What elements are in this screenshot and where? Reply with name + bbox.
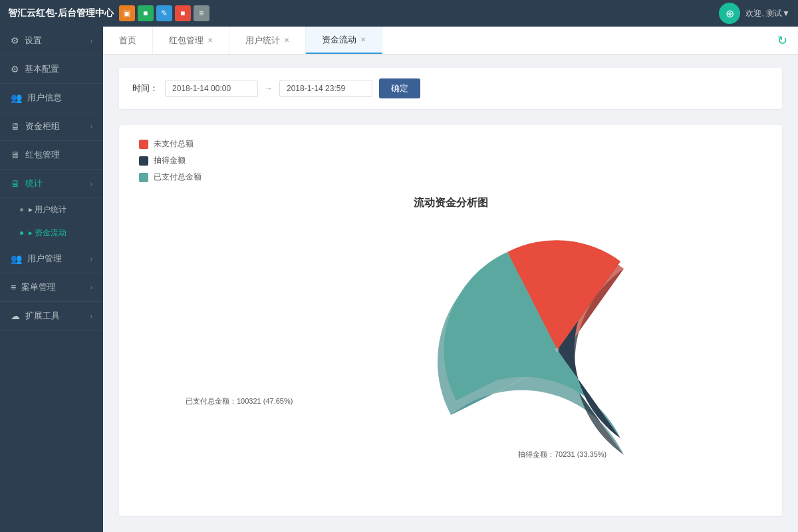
sidebar-label-hongbao: 红包管理: [25, 149, 60, 161]
sidebar-sub-label-user-stats: ▸ 用户统计: [29, 204, 66, 215]
sidebar-item-tools[interactable]: ☁ 扩展工具 ›: [0, 302, 103, 331]
main-layout: ⚙ 设置 › ⚙ 基本配置 👥 用户信息 🖥 资金柜组 ›: [0, 27, 798, 532]
tab-close-user-stats[interactable]: ✕: [284, 37, 289, 44]
header-icon-2[interactable]: ■: [138, 5, 154, 21]
filter-row: 时间： → 确定: [119, 68, 782, 109]
confirm-button[interactable]: 确定: [379, 78, 420, 98]
sidebar-sub-label-fund-flow: ▸ 资金流动: [29, 227, 66, 239]
tools-arrow: ›: [90, 313, 92, 320]
sidebar-label-tools: 扩展工具: [25, 310, 60, 322]
tab-close-hongbao[interactable]: ✕: [207, 37, 213, 44]
user-mgmt-icon: 👥: [11, 253, 22, 264]
pie-chart-svg: [431, 230, 684, 469]
chart-area: 已支付总金额：100321 (47.65%) 抽得金额：70231 (33.35…: [132, 223, 769, 503]
filter-arrow: →: [265, 84, 273, 93]
sidebar-label-user-mgmt: 用户管理: [27, 253, 62, 265]
svg-point-0: [555, 348, 559, 352]
filter-label: 时间：: [132, 82, 158, 94]
case-mgmt-icon: ≡: [11, 282, 16, 293]
sidebar-label-case-mgmt: 案单管理: [21, 281, 56, 293]
main-content: 时间： → 确定 未支付总额 抽得金额: [103, 55, 798, 532]
settings-arrow: ›: [90, 37, 92, 45]
user-info[interactable]: 欢迎, 测试▼: [745, 8, 790, 19]
stats-arrow: ›: [90, 180, 92, 188]
chart-title: 流动资金分析图: [414, 196, 488, 210]
sub-dot-fund-flow: [20, 231, 23, 235]
base-config-icon: ⚙: [11, 64, 19, 74]
app-title: 智汇云红包-后台管理中心: [8, 7, 114, 19]
header-icon-3[interactable]: ✎: [156, 5, 172, 21]
tab-home[interactable]: 首页: [103, 27, 153, 54]
fund-cabinet-icon: 🖥: [11, 121, 20, 132]
content-area: 首页 红包管理 ✕ 用户统计 ✕ 资金流动 ✕ ↻: [103, 27, 798, 532]
annotation-drawn: 抽得金额：70231 (33.35%): [518, 450, 606, 460]
header-icon-1[interactable]: ▣: [119, 5, 135, 21]
header-left: 智汇云红包-后台管理中心 ▣ ■ ✎ ■ ≡: [8, 5, 209, 21]
sidebar-item-user-info[interactable]: 👥 用户信息: [0, 84, 103, 112]
user-info-icon: 👥: [11, 92, 22, 103]
tab-user-stats[interactable]: 用户统计 ✕: [229, 27, 306, 54]
sidebar-item-hongbao-mgmt[interactable]: 🖥 红包管理: [0, 141, 103, 170]
stats-icon: 🖥: [11, 178, 20, 189]
filter-start-input[interactable]: [165, 80, 258, 97]
header-icon-5[interactable]: ≡: [194, 5, 209, 21]
globe-icon[interactable]: ⊕: [719, 3, 740, 24]
legend-label-unpaid: 未支付总额: [154, 138, 194, 150]
settings-icon: ⚙: [11, 35, 19, 46]
legend-item-paid: 已支付总金额: [139, 172, 769, 183]
tab-hongbao-mgmt[interactable]: 红包管理 ✕: [153, 27, 229, 54]
header-icon-4[interactable]: ■: [175, 5, 191, 21]
legend-label-paid: 已支付总金额: [154, 172, 201, 183]
sidebar-sub-fund-flow[interactable]: ▸ 资金流动: [0, 221, 103, 245]
header-right: ⊕ 欢迎, 测试▼: [719, 3, 790, 24]
sidebar-item-base-config[interactable]: ⚙ 基本配置: [0, 55, 103, 84]
legend-color-unpaid: [139, 140, 148, 149]
top-header: 智汇云红包-后台管理中心 ▣ ■ ✎ ■ ≡ ⊕ 欢迎, 测试▼: [0, 0, 798, 27]
sidebar: ⚙ 设置 › ⚙ 基本配置 👥 用户信息 🖥 资金柜组 ›: [0, 27, 103, 532]
sidebar-label-settings: 设置: [25, 35, 42, 47]
sidebar-item-settings[interactable]: ⚙ 设置 ›: [0, 27, 103, 55]
legend-item-unpaid: 未支付总额: [139, 138, 769, 150]
tabs-list: 首页 红包管理 ✕ 用户统计 ✕ 资金流动 ✕: [103, 27, 382, 54]
tabs-refresh-icon[interactable]: ↻: [767, 33, 798, 48]
sidebar-label-fund-cabinet: 资金柜组: [25, 120, 60, 132]
sidebar-label-base-config: 基本配置: [25, 63, 59, 75]
case-mgmt-arrow: ›: [90, 284, 92, 291]
fund-cabinet-arrow: ›: [90, 123, 92, 130]
sidebar-item-fund-cabinet[interactable]: 🖥 资金柜组 ›: [0, 112, 103, 141]
legend-color-paid: [139, 173, 148, 182]
chart-legend: 未支付总额 抽得金额 已支付总金额: [132, 138, 769, 183]
sidebar-label-user-info: 用户信息: [27, 92, 62, 104]
sub-dot-user-stats: [20, 208, 23, 211]
sidebar-item-user-mgmt[interactable]: 👥 用户管理 ›: [0, 245, 103, 273]
sidebar-label-stats: 统计: [25, 178, 43, 190]
user-mgmt-arrow: ›: [90, 255, 92, 263]
annotation-paid: 已支付总金额：100321 (47.65%): [186, 396, 293, 406]
legend-color-drawn: [139, 156, 148, 166]
legend-label-drawn: 抽得金额: [154, 155, 186, 166]
sidebar-sub-user-stats[interactable]: ▸ 用户统计: [0, 198, 103, 221]
tools-icon: ☁: [11, 311, 20, 321]
header-icons: ▣ ■ ✎ ■ ≡: [119, 5, 209, 21]
chart-container: 未支付总额 抽得金额 已支付总金额 流动资金分析图: [119, 125, 782, 516]
tabs-bar: 首页 红包管理 ✕ 用户统计 ✕ 资金流动 ✕ ↻: [103, 27, 798, 55]
filter-end-input[interactable]: [279, 80, 372, 97]
sidebar-item-case-mgmt[interactable]: ≡ 案单管理 ›: [0, 273, 103, 302]
sidebar-item-stats[interactable]: 🖥 统计 ›: [0, 170, 103, 198]
hongbao-icon: 🖥: [11, 150, 20, 160]
tab-close-fund-flow[interactable]: ✕: [360, 36, 366, 43]
tab-fund-flow[interactable]: 资金流动 ✕: [306, 27, 382, 54]
legend-item-drawn: 抽得金额: [139, 155, 769, 166]
